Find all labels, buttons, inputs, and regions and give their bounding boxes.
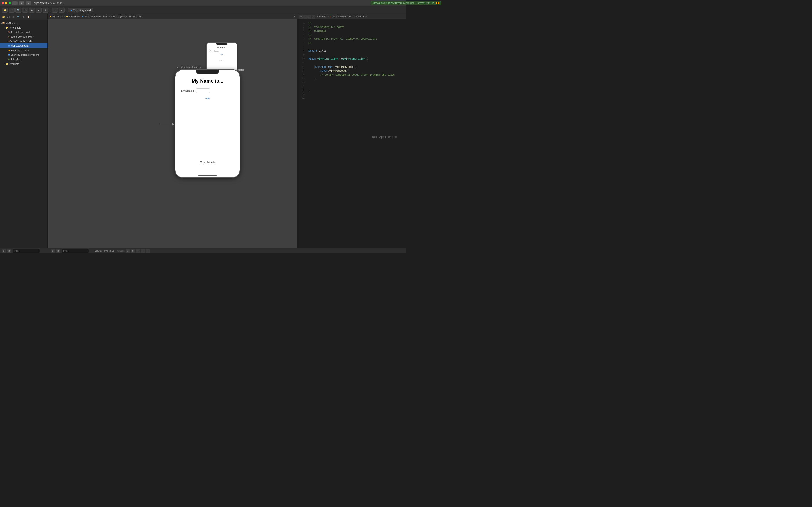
breadcrumb-mynameis[interactable]: 📁 MyNameIs: [49, 15, 63, 18]
status-center-icon2[interactable]: ⊞: [56, 249, 60, 253]
scenedelegate-label: SceneDelegate.swift: [10, 35, 33, 38]
group-label: MyNameIs: [9, 26, 21, 29]
sidebar-item-appdelegate[interactable]: S AppDelegate.swift: [0, 30, 47, 35]
status-left: ⊙ ⊞: [2, 249, 49, 253]
app-name-label: MyNameIs: [34, 2, 47, 5]
storyboard-file-icon: ◼: [8, 54, 10, 56]
source-control-btn[interactable]: ⎇: [22, 8, 28, 13]
disclosure-triangle[interactable]: ▸: [177, 66, 178, 68]
build-status: MyNameIs | Build MyNameIs: Succeeded Tod…: [371, 1, 406, 5]
sidebar-item-launchscreen[interactable]: ◼ LaunchScreen.storyboard: [0, 53, 47, 57]
sidebar-item-assets[interactable]: ▣ Assets.xcassets: [0, 48, 47, 53]
zoom-in-button[interactable]: +: [136, 249, 140, 253]
sidebar-item-products[interactable]: ▸ 📁 Products: [0, 62, 47, 66]
nav-warning-btn[interactable]: ⚠: [11, 15, 15, 19]
code-line-5: 5 // Created by Teyon Kin Disney on 2020…: [298, 37, 406, 41]
products-label: Products: [9, 62, 19, 65]
navigator-btn[interactable]: 📁: [2, 8, 8, 13]
code-line-17: 17: [298, 85, 406, 89]
status-icon-btn[interactable]: ⊙: [2, 249, 6, 253]
storyboard-file-icon: ◼: [8, 45, 10, 47]
breadcrumb-mynameis2[interactable]: 📁 MyNameIs: [66, 15, 80, 18]
code-line-19: 19: [298, 93, 406, 97]
file-tab[interactable]: ◼ Main.storyboard: [68, 8, 93, 12]
code-line-9: 9: [298, 53, 406, 57]
code-content[interactable]: 1 // 2 // ViewController.swift 3 // MyNa…: [298, 19, 406, 248]
iphone-input-field[interactable]: [196, 89, 210, 93]
sep2: [66, 8, 66, 12]
sidebar-toggle-button[interactable]: ☰: [12, 1, 18, 5]
code-line-16: 16: [298, 81, 406, 85]
scene-icon: □: [179, 66, 180, 68]
sidebar-item-root[interactable]: ▾ 📦 MyNameIs: [0, 21, 47, 25]
zoom-controls: ⤢ ⊞ + - ≡: [126, 249, 150, 253]
appdelegate-label: AppDelegate.swift: [10, 31, 31, 34]
editor-selection-label: No Selection: [354, 15, 367, 18]
project-tree: ▾ 📦 MyNameIs ▾ 📁 MyNameIs S AppDelegate.…: [0, 20, 47, 67]
back-btn[interactable]: ‹: [52, 8, 58, 13]
iphone-label: My Name is: [181, 90, 194, 92]
breakpoint-btn[interactable]: ◆: [29, 8, 35, 13]
editor-forward-btn[interactable]: ›: [307, 15, 311, 18]
code-line-10: 10 class ViewController: UIViewControlle…: [298, 57, 406, 61]
iphone-input-button[interactable]: Input: [205, 97, 210, 99]
filter-input-center[interactable]: [62, 249, 89, 253]
test-btn[interactable]: ✓: [36, 8, 42, 13]
forward-btn[interactable]: ›: [59, 8, 64, 13]
canvas[interactable]: ▸ □ View Controller Scene My Name is... …: [48, 19, 297, 248]
breadcrumb-base[interactable]: Main.storyboard (Base): [103, 15, 126, 18]
minimize-button[interactable]: [5, 2, 7, 4]
infoplist-label: Info.plist: [11, 58, 20, 61]
swift-file-icon: S: [8, 36, 9, 38]
maximize-button[interactable]: [9, 2, 11, 4]
code-line-14: 14 // Do any additional setup after load…: [298, 73, 406, 77]
thumb-bottom: Your Name is: [209, 60, 235, 61]
breadcrumb-noselection: No Selection: [130, 15, 142, 18]
titlebar-center: MyNameIs | Build MyNameIs: Succeeded Tod…: [371, 1, 406, 5]
nav-folder-btn[interactable]: 📁: [1, 15, 5, 19]
settings-button[interactable]: ≡: [146, 249, 150, 253]
sidebar-item-infoplist[interactable]: ▤ Info.plist: [0, 57, 47, 62]
editor-close-btn[interactable]: ✕: [299, 15, 303, 18]
debug-btn[interactable]: ⚙: [43, 8, 48, 13]
code-line-8: 8 import UIKit: [298, 49, 406, 53]
sidebar-item-scenedelegate[interactable]: S SceneDelegate.swift: [0, 35, 47, 39]
filter-input[interactable]: [13, 249, 40, 253]
folder-icon: 📁: [49, 16, 52, 18]
grid-button[interactable]: ⊞: [131, 249, 135, 253]
play-button[interactable]: ▶: [19, 1, 24, 5]
iphone-home-bar: [198, 175, 217, 176]
status-center: ⊙ ⊞ View as: iPhone 11 (⌃C⌘R) ⤢ ⊞ + - ≡: [51, 249, 404, 253]
status-center-icon[interactable]: ⊙: [51, 249, 55, 253]
breadcrumb-mainstoryboard[interactable]: ◼ Main.storyboard: [82, 15, 101, 18]
nav-report-btn[interactable]: 📋: [26, 15, 30, 19]
search-btn[interactable]: 🔍: [15, 8, 21, 13]
iphone-notch: [196, 70, 219, 74]
code-line-20: 20: [298, 97, 406, 101]
traffic-lights: [2, 2, 11, 4]
stop-button[interactable]: ■: [26, 1, 31, 5]
sidebar-item-mainstoryboard[interactable]: ◼ Main.storyboard: [0, 44, 47, 48]
editor-more-btn[interactable]: ⋯: [311, 15, 315, 18]
swift-file-icon: S: [8, 31, 9, 33]
thumb-input: [214, 50, 219, 52]
status-icon-btn2[interactable]: ⊞: [7, 249, 11, 253]
iphone-bottom-label: Your Name is: [200, 161, 215, 164]
storyboard-icon: ◼: [70, 9, 72, 11]
fit-button[interactable]: ⤢: [126, 249, 130, 253]
main-content: 📁 ⎇ ⚠ 🔍 ⚙ 📋 ▾ 📦 MyNameIs ▾ 📁 MyNameIs: [0, 14, 406, 248]
nav-debug-btn[interactable]: ⚙: [21, 15, 26, 19]
zoom-out-button[interactable]: -: [141, 249, 145, 253]
launchscreen-label: LaunchScreen.storyboard: [11, 53, 39, 56]
nav-source-btn[interactable]: ⎇: [6, 15, 10, 19]
warning-btn[interactable]: ⚠: [9, 8, 14, 13]
sidebar-item-viewcontroller[interactable]: S ViewController.swift: [0, 39, 47, 44]
breadcrumb-warn-btn[interactable]: ⚠: [293, 15, 295, 18]
close-button[interactable]: [2, 2, 4, 4]
iphone-mockup[interactable]: My Name is... My Name is Input Your Name…: [175, 69, 240, 178]
sidebar-item-mynameis[interactable]: ▾ 📁 MyNameIs: [0, 25, 47, 30]
code-line-13: 13 super.viewDidLoad(): [298, 69, 406, 73]
editor-back-btn[interactable]: ‹: [303, 15, 307, 18]
nav-search-btn[interactable]: 🔍: [16, 15, 20, 19]
storyboard-icon: ◼: [82, 16, 84, 18]
